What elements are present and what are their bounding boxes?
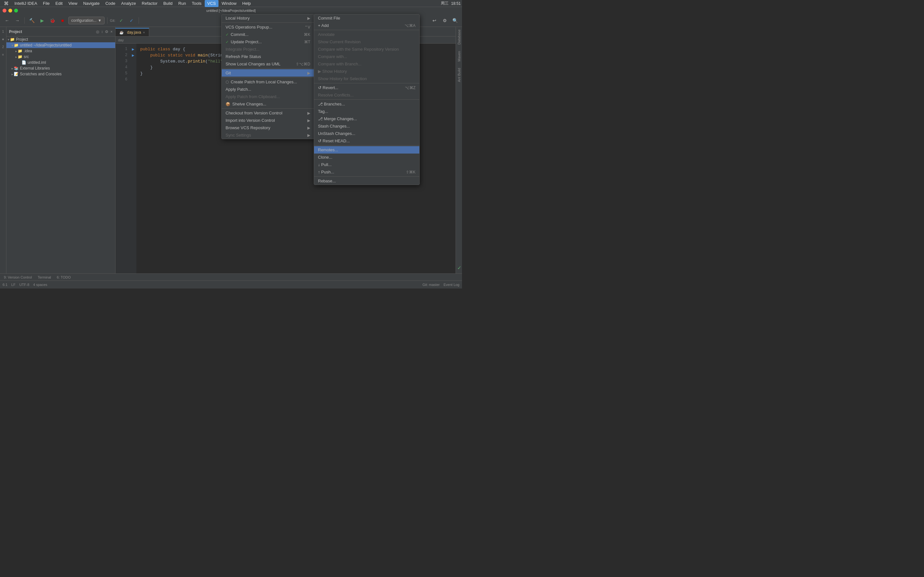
vcs-ops-shortcut: ⌃V <box>304 25 310 29</box>
checkout-label: Checkout from Version Control <box>226 111 282 115</box>
integrate-label: Integrate Project... <box>226 47 260 52</box>
git-annotate: Annotate <box>314 31 419 38</box>
vcs-sep-2 <box>222 68 314 69</box>
git-branches[interactable]: ⎇ Branches... <box>314 100 419 108</box>
vcs-sep-4 <box>222 108 314 109</box>
git-commit-file[interactable]: Commit File <box>314 15 419 22</box>
git-add-label: + Add <box>318 23 329 28</box>
local-history-arrow: ▶ <box>307 16 310 21</box>
git-show-revision: Show Current Revision <box>314 38 419 45</box>
dropdown-overlay[interactable]: Local History ▶ VCS Operations Popup... … <box>0 0 462 288</box>
git-show-rev-label: Show Current Revision <box>318 39 360 44</box>
git-annotate-label: Annotate <box>318 32 334 37</box>
local-history-label: Local History <box>226 16 250 21</box>
git-branches-label: ⎇ Branches... <box>318 102 345 106</box>
git-compare-same: Compare with the Same Repository Version <box>314 45 419 53</box>
git-resolve-label: Resolve Conflicts... <box>318 93 354 97</box>
import-arrow: ▶ <box>307 118 310 123</box>
git-merge-label: ⎇ Merge Changes... <box>318 116 357 121</box>
vcs-shelve[interactable]: 📦 Shelve Changes... <box>222 100 314 108</box>
git-stash[interactable]: Stash Changes... <box>314 122 419 130</box>
git-compare-with: Compare with... <box>314 53 419 60</box>
git-compare-branch-label: Compare with Branch... <box>318 61 362 66</box>
git-revert[interactable]: ↺ Revert... ⌥⌘Z <box>314 84 419 91</box>
show-local-label: Show Local Changes as UML <box>226 61 280 66</box>
git-pull-label: ↓ Pull... <box>318 162 332 167</box>
git-revert-shortcut: ⌥⌘Z <box>405 85 415 90</box>
git-compare-same-label: Compare with the Same Repository Version <box>318 47 399 52</box>
git-add-shortcut: ⌥⌘A <box>405 23 415 28</box>
vcs-apply-patch-clipboard: Apply Patch from Clipboard... <box>222 93 314 100</box>
vcs-create-patch[interactable]: ⬡ Create Patch from Local Changes... <box>222 78 314 85</box>
shelve-icon: 📦 <box>226 102 230 106</box>
vcs-operations-popup[interactable]: VCS Operations Popup... ⌃V <box>222 23 314 31</box>
git-stash-label: Stash Changes... <box>318 124 350 129</box>
refresh-label: Refresh File Status <box>226 54 261 59</box>
vcs-git[interactable]: Git ▶ <box>222 69 314 77</box>
git-menu-label: Git <box>226 71 231 75</box>
browse-arrow: ▶ <box>307 126 310 130</box>
git-merge[interactable]: ⎇ Merge Changes... <box>314 115 419 122</box>
commit-check: ✓ <box>226 32 229 37</box>
vcs-menu: Local History ▶ VCS Operations Popup... … <box>221 14 314 139</box>
create-patch-icon: ⬡ <box>226 80 229 84</box>
sync-label: Sync Settings <box>226 133 251 137</box>
vcs-sep-3 <box>222 77 314 77</box>
git-remotes-label: Remotes... <box>318 147 338 152</box>
vcs-menu-local-history[interactable]: Local History ▶ <box>222 15 314 22</box>
vcs-update[interactable]: ✓ Update Project... ⌘T <box>222 38 314 45</box>
apply-patch-label: Apply Patch... <box>226 87 251 92</box>
vcs-ops-label: VCS Operations Popup... <box>226 25 272 29</box>
update-label: Update Project... <box>231 39 262 44</box>
commit-shortcut: ⌘K <box>304 32 310 37</box>
git-unstash-label: UnStash Changes... <box>318 131 355 136</box>
vcs-checkout[interactable]: Checkout from Version Control ▶ <box>222 109 314 117</box>
git-pull[interactable]: ↓ Pull... <box>314 161 419 168</box>
vcs-apply-patch[interactable]: Apply Patch... <box>222 85 314 93</box>
git-unstash[interactable]: UnStash Changes... <box>314 130 419 137</box>
browse-label: Browse VCS Repository <box>226 125 270 130</box>
git-compare-branch: Compare with Branch... <box>314 60 419 68</box>
git-reset-head[interactable]: ↺ Reset HEAD... <box>314 137 419 145</box>
git-sep-5 <box>314 176 419 177</box>
git-rebase-label: Rebase... <box>318 179 336 183</box>
git-show-history-selection: Show History for Selection <box>314 75 419 82</box>
git-remotes[interactable]: Remotes... <box>314 146 419 153</box>
git-compare-label: Compare with... <box>318 54 347 59</box>
update-check: ✓ <box>226 40 229 44</box>
git-reset-label: ↺ Reset HEAD... <box>318 139 350 143</box>
git-resolve-conflicts: Resolve Conflicts... <box>314 91 419 99</box>
import-label: Import into Version Control <box>226 118 275 123</box>
git-commit-file-label: Commit File <box>318 16 340 21</box>
git-push-shortcut: ⇧⌘K <box>406 170 415 174</box>
vcs-sync: Sync Settings ▶ <box>222 131 314 139</box>
sync-arrow: ▶ <box>307 133 310 137</box>
git-clone-label: Clone... <box>318 155 333 160</box>
git-tag[interactable]: Tag... <box>314 108 419 115</box>
vcs-browse[interactable]: Browse VCS Repository ▶ <box>222 124 314 131</box>
git-arrow: ▶ <box>307 71 310 75</box>
create-patch-label: Create Patch from Local Changes... <box>231 79 297 84</box>
git-add[interactable]: + Add ⌥⌘A <box>314 22 419 29</box>
git-push[interactable]: ↑ Push... ⇧⌘K <box>314 168 419 176</box>
git-show-history: ▶ Show History <box>314 68 419 75</box>
vcs-refresh[interactable]: Refresh File Status <box>222 53 314 60</box>
git-show-hist-sel-label: Show History for Selection <box>318 76 367 81</box>
vcs-integrate: Integrate Project... <box>222 45 314 53</box>
update-shortcut: ⌘T <box>304 40 310 44</box>
git-clone[interactable]: Clone... <box>314 153 419 161</box>
vcs-import[interactable]: Import into Version Control ▶ <box>222 117 314 124</box>
git-sep-1 <box>314 30 419 30</box>
commit-label: Commit... <box>231 32 249 37</box>
checkout-arrow: ▶ <box>307 111 310 115</box>
git-tag-label: Tag... <box>318 109 328 114</box>
vcs-commit[interactable]: ✓ Commit... ⌘K <box>222 31 314 38</box>
shelve-label: Shelve Changes... <box>232 102 266 106</box>
apply-patch-clip-label: Apply Patch from Clipboard... <box>226 94 280 99</box>
vcs-show-local-changes[interactable]: Show Local Changes as UML ⇧⌥⌘D <box>222 60 314 68</box>
git-submenu: Commit File + Add ⌥⌘A Annotate Show Curr… <box>314 14 420 185</box>
git-push-label: ↑ Push... <box>318 169 334 174</box>
show-local-shortcut: ⇧⌥⌘D <box>296 62 310 66</box>
git-show-history-label: ▶ Show History <box>318 69 347 74</box>
git-rebase[interactable]: Rebase... <box>314 177 419 185</box>
